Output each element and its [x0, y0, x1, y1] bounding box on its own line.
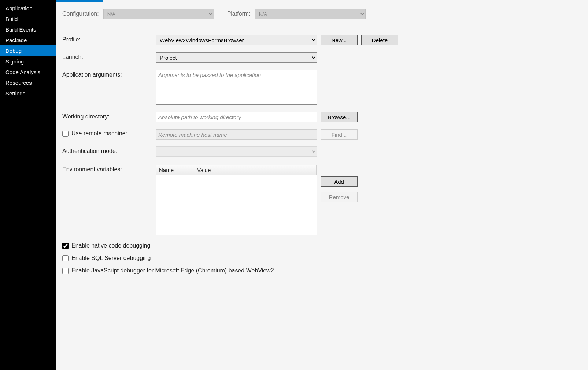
env-col-name: Name: [156, 165, 194, 175]
remote-machine-checkbox[interactable]: [62, 131, 69, 137]
sidebar-item-application[interactable]: Application: [0, 3, 56, 14]
env-buttons: Add Remove: [321, 176, 358, 202]
active-tab-accent: [56, 0, 103, 2]
configuration-label: Configuration:: [62, 11, 99, 17]
workdir-row: Working directory: Browse...: [62, 112, 581, 122]
sql-debug-checkbox[interactable]: [62, 255, 69, 261]
env-table-header: Name Value: [156, 165, 317, 175]
js-debug-label: Enable JavaScript debugger for Microsoft…: [71, 267, 274, 274]
remote-row: Use remote machine: Find...: [62, 129, 581, 140]
sidebar-item-resources[interactable]: Resources: [0, 77, 56, 88]
platform-label: Platform:: [227, 11, 251, 17]
profile-label: Profile:: [62, 35, 152, 43]
sidebar-item-build-events[interactable]: Build Events: [0, 24, 56, 35]
sidebar-item-settings[interactable]: Settings: [0, 88, 56, 99]
workdir-label: Working directory:: [62, 112, 152, 120]
configuration-bar: Configuration: N/A Platform: N/A: [56, 0, 588, 26]
content-pane: Configuration: N/A Platform: N/A Profile…: [56, 0, 588, 370]
env-row: Environment variables: Name Value Add Re…: [62, 165, 581, 235]
sidebar-item-build[interactable]: Build: [0, 14, 56, 24]
remove-env-button[interactable]: Remove: [321, 192, 358, 202]
env-col-value: Value: [194, 165, 317, 175]
debug-options: Enable native code debugging Enable SQL …: [62, 242, 581, 274]
debug-form: Profile: WebView2WindowsFormsBrowser New…: [56, 30, 588, 284]
workdir-input[interactable]: [156, 112, 317, 122]
remote-host-input[interactable]: [156, 129, 317, 140]
native-debug-label: Enable native code debugging: [71, 242, 150, 249]
profile-row: Profile: WebView2WindowsFormsBrowser New…: [62, 35, 581, 45]
sidebar-item-debug[interactable]: Debug: [0, 45, 56, 56]
platform-select[interactable]: N/A: [255, 9, 366, 19]
app-args-input[interactable]: [156, 70, 317, 105]
app-root: Application Build Build Events Package D…: [0, 0, 588, 370]
env-label: Environment variables:: [62, 165, 152, 173]
sql-debug-row: Enable SQL Server debugging: [62, 255, 581, 261]
auth-row: Authentication mode:: [62, 146, 581, 157]
app-args-row: Application arguments:: [62, 70, 581, 105]
remote-machine-label: Use remote machine:: [71, 130, 127, 137]
sidebar: Application Build Build Events Package D…: [0, 0, 56, 370]
browse-button[interactable]: Browse...: [321, 112, 358, 122]
auth-mode-select[interactable]: [156, 146, 317, 157]
js-debug-checkbox[interactable]: [62, 268, 69, 274]
configuration-select[interactable]: N/A: [103, 9, 214, 19]
sql-debug-label: Enable SQL Server debugging: [71, 255, 151, 261]
auth-label: Authentication mode:: [62, 146, 152, 154]
native-debug-row: Enable native code debugging: [62, 242, 581, 249]
js-debug-row: Enable JavaScript debugger for Microsoft…: [62, 267, 581, 274]
launch-select[interactable]: Project: [156, 52, 317, 63]
profile-select[interactable]: WebView2WindowsFormsBrowser: [156, 35, 317, 45]
new-profile-button[interactable]: New...: [321, 35, 358, 45]
sidebar-item-code-analysis[interactable]: Code Analysis: [0, 67, 56, 77]
app-args-label: Application arguments:: [62, 70, 152, 78]
delete-profile-button[interactable]: Delete: [361, 35, 398, 45]
native-debug-checkbox[interactable]: [62, 243, 69, 249]
env-variables-table[interactable]: Name Value: [156, 165, 317, 235]
launch-row: Launch: Project: [62, 52, 581, 63]
find-button[interactable]: Find...: [321, 129, 358, 140]
sidebar-item-signing[interactable]: Signing: [0, 56, 56, 67]
launch-label: Launch:: [62, 52, 152, 61]
add-env-button[interactable]: Add: [321, 176, 358, 187]
sidebar-item-package[interactable]: Package: [0, 35, 56, 45]
